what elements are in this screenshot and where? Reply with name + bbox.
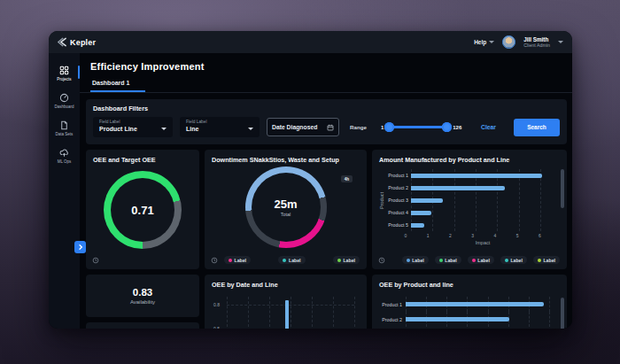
bar [411, 174, 542, 178]
file-icon [59, 120, 69, 130]
chart-legend: LabelLabelLabelLabelLabel [391, 256, 560, 264]
gridline [248, 297, 249, 329]
card-title: OEE by Date and Line [212, 281, 360, 289]
legend-label: Label [445, 258, 457, 263]
sidebar-item-data-sets[interactable]: Data Sets [49, 120, 80, 136]
card-amount-manufactured: Amount Manufactured by Product and Line … [372, 150, 567, 269]
page-header: Efficiency Improvement [80, 53, 572, 76]
card-oee-by-date: OEE by Date and Line 0.80.5 [205, 275, 367, 329]
desktop-wallpaper: Kepler Help Jill Smith Client Admin Proj… [0, 0, 620, 364]
gridline [354, 297, 355, 329]
legend-dot-icon [472, 259, 476, 262]
slider-track[interactable] [389, 126, 447, 128]
gauge-icon [59, 93, 69, 103]
history-clock-icon[interactable] [211, 257, 218, 264]
tab-dashboard-1[interactable]: Dashboard 1 [90, 76, 145, 92]
category-label: Product 2 [384, 182, 411, 194]
chart-scrollbar[interactable] [561, 169, 564, 208]
range-max: 126 [453, 125, 461, 130]
x-tick-label: 6 [539, 233, 541, 238]
plot-area [406, 297, 549, 312]
legend-item[interactable]: Label [278, 256, 305, 264]
select-value: Product Line [99, 126, 167, 132]
card-availability: 0.83 Availability [86, 275, 199, 317]
gridline [519, 169, 520, 231]
date-diagnosed-input[interactable]: Date Diagnosed [267, 118, 339, 136]
user-name: Jill Smith [523, 36, 550, 43]
x-tick-label: 3 [471, 233, 474, 238]
legend-item[interactable]: Label [224, 256, 251, 264]
user-info: Jill Smith Client Admin [523, 36, 550, 49]
legend-item[interactable]: Label [533, 256, 560, 264]
search-button[interactable]: Search [514, 119, 560, 136]
history-clock-icon[interactable] [92, 257, 99, 264]
legend-item[interactable]: Label [468, 256, 494, 264]
legend-item[interactable]: Label [435, 256, 461, 264]
legend-item[interactable]: Label [333, 256, 360, 264]
help-menu[interactable]: Help [474, 39, 494, 45]
avatar[interactable] [502, 35, 515, 49]
cards-row-2: 0.83 Availability OEE by Date and Line 0… [86, 275, 567, 329]
calendar-icon [327, 124, 334, 131]
x-axis-label: Impact [406, 240, 560, 245]
range-slider: 1 126 [381, 125, 461, 130]
legend-dot-icon [337, 259, 341, 262]
bar [406, 317, 509, 321]
history-clock-icon[interactable] [378, 257, 385, 264]
card-title: Amount Manufactured by Product and Line [379, 156, 560, 164]
category-label: Product 1 [379, 302, 406, 307]
table-row: Product 2 [379, 312, 549, 327]
x-tick-label: 0 [405, 233, 407, 238]
y-axis-label: Product [379, 192, 384, 209]
table-row: Product 1 [379, 297, 549, 312]
gridline [269, 297, 270, 329]
top-bar: Kepler Help Jill Smith Client Admin [49, 31, 572, 53]
cards-row-1: OEE and Target OEE 0.71 Downtimem SNakkS… [86, 150, 567, 269]
gridline [497, 169, 498, 231]
help-label: Help [474, 39, 486, 45]
oee-gauge-chart: 0.71 [104, 171, 182, 249]
chevron-down-icon [161, 128, 167, 130]
chart-scrollbar[interactable] [561, 298, 564, 329]
y-tick-label: 0.5 [213, 326, 220, 329]
sidebar-item-dashboard[interactable]: Dashboard [49, 93, 80, 109]
range-label: Range [350, 124, 367, 130]
sidebar-expand-button[interactable] [74, 241, 86, 253]
cloud-icon [59, 148, 69, 158]
select-label: Field Label [99, 120, 167, 124]
sidebar-item-projects[interactable]: Projects [49, 66, 80, 81]
card-downtime: Downtimem SNakkStios, Waste and Setup 4h… [205, 150, 367, 269]
x-tick-label: 5 [516, 233, 519, 238]
bar [411, 223, 424, 228]
clear-button[interactable]: Clear [481, 124, 496, 130]
legend-item[interactable]: Label [500, 256, 527, 264]
card-title: Downtimem SNakkStios, Waste and Setup [212, 156, 360, 164]
donut-value-chip: 4h [341, 175, 353, 182]
sidebar-item-ml-ops[interactable]: ML Ops [49, 148, 80, 164]
user-menu-chevron-icon[interactable] [558, 41, 563, 43]
gridline [312, 297, 313, 329]
bar [411, 198, 443, 203]
slider-handle-min[interactable] [384, 122, 394, 132]
plot-area [406, 312, 549, 327]
card-partial [86, 322, 199, 329]
donut-center-label: Total [281, 212, 291, 217]
chart-legend: LabelLabelLabel [224, 256, 360, 264]
slider-handle-max[interactable] [442, 122, 452, 132]
card-title: OEE and Target OEE [93, 156, 192, 164]
bar [411, 186, 505, 190]
sidebar: ProjectsDashboardData SetsML Ops [49, 53, 80, 329]
category-label: Product 5 [384, 219, 411, 231]
app-logo[interactable]: Kepler [58, 37, 96, 47]
legend-label: Label [412, 258, 424, 263]
legend-item[interactable]: Label [402, 256, 429, 264]
line-select[interactable]: Field Label Line [180, 117, 260, 137]
card-oee-by-product: OEE by Product and line Product 1Product… [372, 275, 567, 329]
legend-label: Label [510, 258, 523, 263]
x-axis-ticks: 0123456 [406, 233, 551, 239]
card-title: OEE by Product and line [379, 281, 560, 289]
app-window: Kepler Help Jill Smith Client Admin Proj… [49, 31, 572, 329]
amount-bar-chart: Product Product 1Product 2Product 3Produ… [379, 169, 560, 231]
y-tick-label: 0.8 [213, 302, 220, 307]
product-line-select[interactable]: Field Label Product Line [93, 117, 173, 137]
